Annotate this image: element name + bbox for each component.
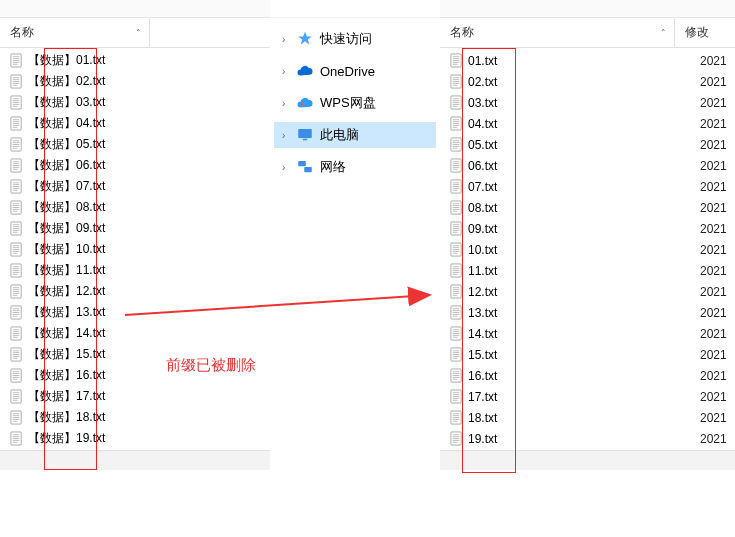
text-file-icon	[8, 137, 24, 153]
file-name-label: 07.txt	[468, 180, 497, 194]
nav-network[interactable]: › 网络	[274, 154, 436, 180]
file-name-label: 04.txt	[468, 117, 497, 131]
text-file-icon	[448, 326, 464, 342]
file-row[interactable]: 10.txt2021	[440, 239, 735, 260]
nav-quick-label: 快速访问	[320, 30, 372, 48]
file-name-label: 18.txt	[468, 411, 497, 425]
col-name-label: 名称	[10, 25, 34, 39]
text-file-icon	[8, 95, 24, 111]
file-row[interactable]: 【数据】02.txt	[0, 71, 270, 92]
text-file-icon	[8, 389, 24, 405]
right-col-name[interactable]: 名称 ˄	[440, 18, 675, 47]
file-row[interactable]: 【数据】19.txt	[0, 428, 270, 449]
text-file-icon	[448, 158, 464, 174]
file-row[interactable]: 【数据】06.txt	[0, 155, 270, 176]
text-file-icon	[8, 368, 24, 384]
file-row[interactable]: 【数据】11.txt	[0, 260, 270, 281]
text-file-icon	[448, 263, 464, 279]
file-row[interactable]: 【数据】17.txt	[0, 386, 270, 407]
file-row[interactable]: 【数据】03.txt	[0, 92, 270, 113]
chevron-right-icon: ›	[282, 34, 296, 45]
file-row[interactable]: 11.txt2021	[440, 260, 735, 281]
file-modified-year: 2021	[700, 432, 735, 446]
file-name-label: 12.txt	[468, 285, 497, 299]
nav-wps[interactable]: › WPS网盘	[274, 90, 436, 116]
svg-rect-122	[303, 139, 308, 141]
file-name-label: 【数据】13.txt	[28, 304, 105, 321]
nav-onedrive[interactable]: › OneDrive	[274, 58, 436, 84]
file-row[interactable]: 09.txt2021	[440, 218, 735, 239]
file-name-label: 【数据】04.txt	[28, 115, 105, 132]
file-row[interactable]: 【数据】08.txt	[0, 197, 270, 218]
file-row[interactable]: 05.txt2021	[440, 134, 735, 155]
network-icon	[296, 158, 314, 176]
file-name-label: 【数据】08.txt	[28, 199, 105, 216]
file-name-label: 11.txt	[468, 264, 497, 278]
top-strip-right	[440, 0, 735, 18]
file-row[interactable]: 07.txt2021	[440, 176, 735, 197]
file-modified-year: 2021	[700, 201, 735, 215]
text-file-icon	[448, 347, 464, 363]
file-row[interactable]: 15.txt2021	[440, 344, 735, 365]
file-name-label: 【数据】07.txt	[28, 178, 105, 195]
col-modified-label: 修改	[685, 25, 709, 39]
right-col-modified[interactable]: 修改	[675, 18, 735, 47]
file-row[interactable]: 03.txt2021	[440, 92, 735, 113]
file-row[interactable]: 13.txt2021	[440, 302, 735, 323]
file-row[interactable]: 16.txt2021	[440, 365, 735, 386]
nav-network-label: 网络	[320, 158, 346, 176]
file-modified-year: 2021	[700, 138, 735, 152]
file-row[interactable]: 02.txt2021	[440, 71, 735, 92]
file-row[interactable]: 【数据】12.txt	[0, 281, 270, 302]
sort-asc-icon: ˄	[661, 28, 666, 38]
cloud-icon	[296, 62, 314, 80]
file-row[interactable]: 【数据】01.txt	[0, 50, 270, 71]
file-row[interactable]: 【数据】13.txt	[0, 302, 270, 323]
file-modified-year: 2021	[700, 411, 735, 425]
annotation-text: 前缀已被删除	[166, 356, 256, 375]
file-row[interactable]: 【数据】05.txt	[0, 134, 270, 155]
file-name-label: 14.txt	[468, 327, 497, 341]
file-row[interactable]: 17.txt2021	[440, 386, 735, 407]
file-row[interactable]: 19.txt2021	[440, 428, 735, 449]
file-name-label: 【数据】17.txt	[28, 388, 105, 405]
file-row[interactable]: 06.txt2021	[440, 155, 735, 176]
nav-onedrive-label: OneDrive	[320, 64, 375, 79]
file-modified-year: 2021	[700, 243, 735, 257]
file-row[interactable]: 【数据】18.txt	[0, 407, 270, 428]
file-name-label: 19.txt	[468, 432, 497, 446]
text-file-icon	[448, 410, 464, 426]
text-file-icon	[448, 431, 464, 447]
file-modified-year: 2021	[700, 117, 735, 131]
left-col-name[interactable]: 名称 ˄	[0, 18, 150, 47]
file-row[interactable]: 04.txt2021	[440, 113, 735, 134]
file-row[interactable]: 08.txt2021	[440, 197, 735, 218]
file-row[interactable]: 【数据】09.txt	[0, 218, 270, 239]
file-modified-year: 2021	[700, 306, 735, 320]
text-file-icon	[448, 368, 464, 384]
file-name-label: 03.txt	[468, 96, 497, 110]
text-file-icon	[8, 305, 24, 321]
file-row[interactable]: 【数据】10.txt	[0, 239, 270, 260]
file-row[interactable]: 12.txt2021	[440, 281, 735, 302]
file-row[interactable]: 14.txt2021	[440, 323, 735, 344]
file-row[interactable]: 【数据】07.txt	[0, 176, 270, 197]
file-modified-year: 2021	[700, 327, 735, 341]
nav-tree: › 快速访问 › OneDrive › WPS网盘 ›	[270, 18, 440, 188]
file-name-label: 02.txt	[468, 75, 497, 89]
file-name-label: 【数据】01.txt	[28, 52, 105, 69]
text-file-icon	[8, 242, 24, 258]
text-file-icon	[448, 179, 464, 195]
nav-this-pc[interactable]: › 此电脑	[274, 122, 436, 148]
left-file-list: 【数据】01.txt【数据】02.txt【数据】03.txt【数据】04.txt…	[0, 48, 270, 470]
file-row[interactable]: 【数据】04.txt	[0, 113, 270, 134]
file-row[interactable]: 【数据】14.txt	[0, 323, 270, 344]
file-row[interactable]: 18.txt2021	[440, 407, 735, 428]
nav-quick-access[interactable]: › 快速访问	[274, 26, 436, 52]
file-name-label: 【数据】06.txt	[28, 157, 105, 174]
file-modified-year: 2021	[700, 369, 735, 383]
text-file-icon	[8, 263, 24, 279]
file-row[interactable]: 01.txt2021	[440, 50, 735, 71]
text-file-icon	[448, 95, 464, 111]
file-modified-year: 2021	[700, 180, 735, 194]
